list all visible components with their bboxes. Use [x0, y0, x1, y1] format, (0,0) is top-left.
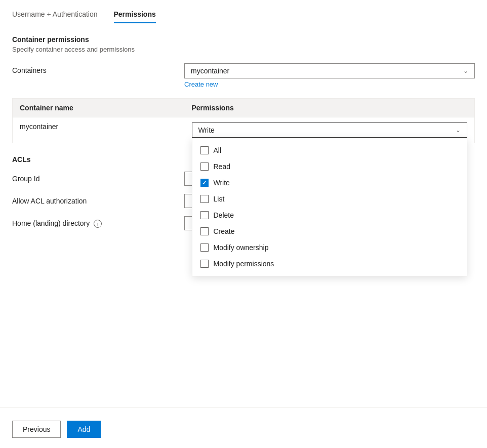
checkbox-modify-ownership[interactable]	[200, 243, 209, 252]
permissions-dropdown-menu: All Read Write	[192, 138, 468, 276]
permission-option-modify-ownership[interactable]: Modify ownership	[192, 239, 467, 256]
row-permissions-cell: Write ⌄ All	[185, 117, 475, 143]
permission-option-modify-permissions[interactable]: Modify permissions	[192, 256, 467, 272]
container-permissions-title: Container permissions	[12, 35, 475, 44]
group-id-label: Group Id	[12, 175, 184, 183]
tab-permissions[interactable]: Permissions	[114, 10, 156, 23]
permissions-dropdown-wrapper: Write ⌄ All	[192, 123, 468, 138]
permission-option-create[interactable]: Create	[192, 223, 467, 239]
home-directory-label: Home (landing) directory i	[12, 219, 184, 228]
containers-label: Containers	[12, 63, 184, 74]
allow-acl-label: Allow ACL authorization	[12, 197, 184, 205]
col-header-permissions: Permissions	[185, 99, 475, 117]
containers-dropdown[interactable]: mycontainer ⌄	[184, 63, 475, 78]
checkbox-all[interactable]	[200, 146, 209, 154]
row-container-name: mycontainer	[13, 117, 185, 143]
permissions-dropdown-value: Write	[198, 126, 215, 134]
tab-bar: Username + Authentication Permissions	[12, 10, 475, 23]
container-permissions-subtitle: Specify container access and permissions	[12, 46, 475, 53]
container-permissions-section: Container permissions Specify container …	[12, 35, 475, 143]
permission-label-modify-permissions: Modify permissions	[214, 260, 274, 268]
home-directory-info-icon[interactable]: i	[94, 220, 102, 228]
footer: Previous Add	[12, 421, 101, 438]
permissions-dropdown-arrow-icon: ⌄	[456, 127, 461, 134]
permission-label-all: All	[214, 146, 222, 154]
permission-option-all[interactable]: All	[192, 142, 467, 158]
permission-option-delete[interactable]: Delete	[192, 207, 467, 223]
containers-dropdown-arrow-icon: ⌄	[463, 67, 468, 74]
permission-label-list: List	[214, 195, 225, 203]
permissions-table: Container name Permissions mycontainer W…	[12, 98, 475, 143]
add-button[interactable]: Add	[67, 421, 101, 438]
checkbox-delete[interactable]	[200, 211, 209, 219]
checkbox-read[interactable]	[200, 162, 209, 171]
permissions-dropdown[interactable]: Write ⌄	[192, 123, 468, 138]
checkbox-list[interactable]	[200, 195, 209, 203]
footer-divider	[0, 407, 487, 408]
containers-control: mycontainer ⌄ Create new	[184, 63, 475, 88]
table-row: mycontainer Write ⌄ All	[13, 117, 475, 143]
permission-label-read: Read	[214, 162, 230, 171]
checkbox-modify-permissions[interactable]	[200, 260, 209, 268]
permission-label-delete: Delete	[214, 211, 234, 219]
permission-label-modify-ownership: Modify ownership	[214, 243, 269, 252]
containers-dropdown-value: mycontainer	[191, 67, 229, 75]
permission-label-create: Create	[214, 227, 235, 235]
checkbox-write[interactable]	[200, 179, 209, 187]
previous-button[interactable]: Previous	[12, 421, 61, 438]
permission-option-list[interactable]: List	[192, 191, 467, 207]
col-header-container-name: Container name	[13, 99, 185, 117]
create-new-link[interactable]: Create new	[184, 80, 218, 88]
checkbox-create[interactable]	[200, 227, 209, 235]
permission-option-write[interactable]: Write	[192, 175, 467, 191]
permission-label-write: Write	[214, 179, 230, 187]
tab-username-auth[interactable]: Username + Authentication	[12, 10, 98, 23]
permission-option-read[interactable]: Read	[192, 158, 467, 175]
containers-row: Containers mycontainer ⌄ Create new	[12, 63, 475, 88]
